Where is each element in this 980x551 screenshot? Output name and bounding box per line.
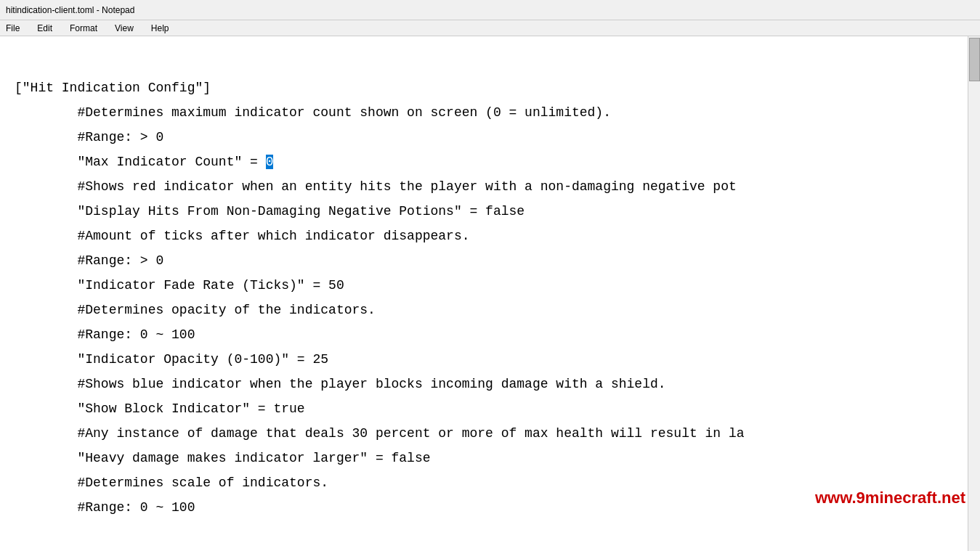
menu-bar: File Edit Format View Help <box>0 20 980 36</box>
menu-format[interactable]: Format <box>67 22 100 35</box>
line-18: #Range: 0 ~ 100 <box>15 500 195 515</box>
line-4: "Max Indicator Count" = 0 <box>15 155 273 169</box>
line-1: ["Hit Indication Config"] <box>15 81 211 95</box>
menu-file[interactable]: File <box>3 22 23 35</box>
highlighted-value: 0 <box>266 155 274 169</box>
line-12: "Indicator Opacity (0-100)" = 25 <box>15 352 328 367</box>
line-7: #Amount of ticks after which indicator d… <box>15 229 470 243</box>
line-17: #Determines scale of indicators. <box>15 476 328 490</box>
menu-view[interactable]: View <box>112 22 137 35</box>
title-bar: hitindication-client.toml - Notepad <box>0 0 980 20</box>
scrollbar-thumb[interactable] <box>969 38 980 81</box>
line-6: "Display Hits From Non-Damaging Negative… <box>15 204 525 219</box>
line-8: #Range: > 0 <box>15 253 163 268</box>
code-content: ["Hit Indication Config"] #Determines ma… <box>15 51 965 522</box>
line-11: #Range: 0 ~ 100 <box>15 327 195 342</box>
line-15: #Any instance of damage that deals 30 pe… <box>15 426 745 441</box>
line-10: #Determines opacity of the indicators. <box>15 303 376 317</box>
line-2: #Determines maximum indicator count show… <box>15 105 611 120</box>
scrollbar[interactable] <box>968 36 980 551</box>
menu-help[interactable]: Help <box>148 22 172 35</box>
line-5: #Shows red indicator when an entity hits… <box>15 179 737 194</box>
line-16: "Heavy damage makes indicator larger" = … <box>15 451 431 465</box>
line-9: "Indicator Fade Rate (Ticks)" = 50 <box>15 278 344 293</box>
line-14: "Show Block Indicator" = true <box>15 401 305 416</box>
content-area[interactable]: ["Hit Indication Config"] #Determines ma… <box>0 36 980 522</box>
watermark: www.9minecraft.net <box>815 489 965 507</box>
line-13: #Shows blue indicator when the player bl… <box>15 377 666 391</box>
title-bar-text: hitindication-client.toml - Notepad <box>6 5 134 15</box>
line-3: #Range: > 0 <box>15 130 163 144</box>
menu-edit[interactable]: Edit <box>34 22 55 35</box>
